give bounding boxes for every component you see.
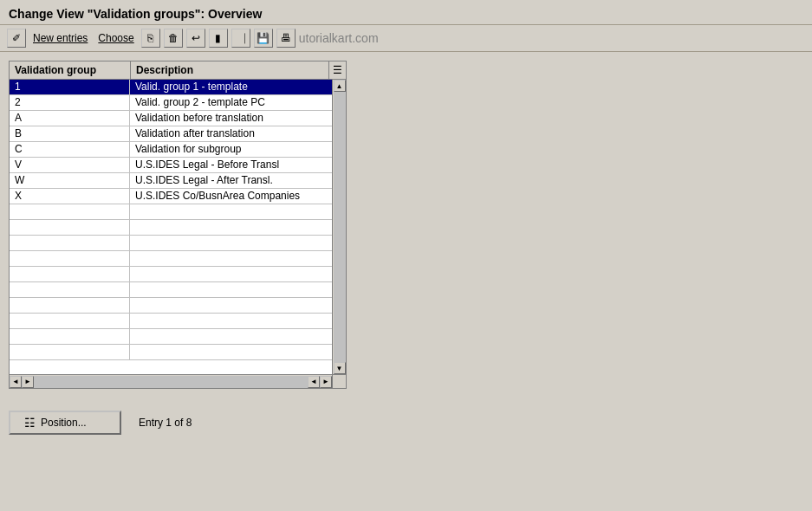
table-row[interactable]: [10, 267, 332, 282]
table-row[interactable]: [10, 236, 332, 251]
cell-desc: Validation before translation: [130, 111, 332, 126]
table-body: 1Valid. group 1 - template2Valid. group …: [10, 80, 346, 374]
cell-group: [10, 251, 130, 266]
cell-desc: [130, 329, 332, 344]
scroll-down-button[interactable]: ▼: [334, 362, 346, 374]
cell-desc: [130, 298, 332, 313]
cell-desc: Validation after translation: [130, 126, 332, 141]
cell-desc: [130, 345, 332, 359]
data-table: Validation group Description ☰ 1Valid. g…: [9, 61, 347, 389]
vertical-scrollbar[interactable]: ▲ ▼: [332, 80, 346, 374]
scroll-right3-button[interactable]: ►: [320, 376, 332, 388]
scroll-track-v[interactable]: [334, 92, 346, 362]
table-row[interactable]: [10, 251, 332, 267]
cell-group: 2: [10, 95, 130, 110]
main-content: Validation group Description ☰ 1Valid. g…: [0, 52, 812, 398]
delete-icon[interactable]: 🗑: [164, 29, 183, 48]
toolbar: ✐ New entries Choose ⎘ 🗑 ↩ ▮ ⎹ 💾 🖶 utori…: [0, 25, 812, 52]
horizontal-scrollbar[interactable]: ◄ ► ◄ ►: [10, 375, 332, 388]
cell-desc: U.S.IDES Legal - After Transl.: [130, 173, 332, 188]
cell-desc: U.S.IDES Co/BusnArea Companies: [130, 189, 332, 204]
cell-group: B: [10, 126, 130, 141]
table-row[interactable]: 1Valid. group 1 - template: [10, 80, 332, 95]
table-row[interactable]: CValidation for subgroup: [10, 142, 332, 158]
title-bar: Change View "Validation groups": Overvie…: [0, 0, 812, 25]
cell-group: [10, 329, 130, 344]
cell-group: X: [10, 189, 130, 204]
cell-desc: Valid. group 2 - template PC: [130, 95, 332, 110]
cell-desc: U.S.IDES Legal - Before Transl: [130, 158, 332, 172]
cell-group: [10, 220, 130, 235]
cell-group: C: [10, 142, 130, 157]
scroll-up-button[interactable]: ▲: [334, 80, 346, 92]
new-entries-button[interactable]: New entries: [29, 30, 91, 46]
table-row[interactable]: XU.S.IDES Co/BusnArea Companies: [10, 189, 332, 204]
table-row[interactable]: VU.S.IDES Legal - Before Transl: [10, 158, 332, 173]
table-row[interactable]: [10, 314, 332, 329]
position-icon: ☷: [24, 416, 36, 430]
cell-group: [10, 282, 130, 297]
table-row[interactable]: AValidation before translation: [10, 111, 332, 126]
col-header-desc: Description: [131, 61, 328, 79]
col-header-group: Validation group: [10, 61, 131, 79]
cell-group: [10, 267, 130, 281]
table-row[interactable]: [10, 345, 332, 360]
cell-desc: [130, 282, 332, 297]
scroll-left-button[interactable]: ◄: [10, 376, 22, 388]
entry-info: Entry 1 of 8: [139, 417, 192, 429]
cell-group: [10, 298, 130, 313]
save-icon[interactable]: 💾: [254, 29, 273, 48]
cell-group: 1: [10, 80, 130, 94]
cell-desc: [130, 251, 332, 266]
watermark: utorialkart.com: [299, 31, 379, 45]
table-header: Validation group Description ☰: [10, 61, 346, 80]
cell-desc: Validation for subgroup: [130, 142, 332, 157]
cell-group: [10, 236, 130, 250]
column-settings-icon[interactable]: ☰: [328, 61, 346, 79]
table-row[interactable]: [10, 329, 332, 345]
bottom-bar: ☷ Position... Entry 1 of 8: [0, 398, 812, 448]
scrollbar-corner: [332, 375, 346, 388]
table-rows-area: 1Valid. group 1 - template2Valid. group …: [10, 80, 332, 374]
table-row[interactable]: WU.S.IDES Legal - After Transl.: [10, 173, 332, 189]
table-row[interactable]: 2Valid. group 2 - template PC: [10, 95, 332, 111]
cell-group: W: [10, 173, 130, 188]
cell-desc: [130, 220, 332, 235]
print-icon[interactable]: 🖶: [276, 29, 296, 48]
table-row[interactable]: [10, 298, 332, 314]
copy-icon[interactable]: ⎘: [141, 29, 160, 48]
undo-icon[interactable]: ↩: [186, 29, 205, 48]
cell-group: A: [10, 111, 130, 126]
choose-button[interactable]: Choose: [94, 30, 137, 46]
table-row[interactable]: [10, 220, 332, 236]
horizontal-scrollbar-row: ◄ ► ◄ ►: [10, 374, 346, 388]
scroll-right-button[interactable]: ►: [22, 376, 34, 388]
page-title: Change View "Validation groups": Overvie…: [9, 7, 803, 21]
table-row[interactable]: [10, 282, 332, 298]
table-icon[interactable]: ▮: [209, 29, 228, 48]
cell-desc: [130, 204, 332, 219]
scroll-right2-button[interactable]: ◄: [308, 376, 320, 388]
scroll-track-h[interactable]: [34, 376, 308, 388]
cell-group: [10, 314, 130, 328]
table-row[interactable]: BValidation after translation: [10, 126, 332, 142]
cell-group: [10, 204, 130, 219]
cell-group: [10, 345, 130, 359]
cell-desc: [130, 314, 332, 328]
cell-desc: Valid. group 1 - template: [130, 80, 332, 94]
column-icon[interactable]: ⎹: [231, 29, 250, 48]
table-row[interactable]: [10, 204, 332, 220]
position-button-label: Position...: [41, 417, 87, 429]
cell-desc: [130, 236, 332, 250]
cell-group: V: [10, 158, 130, 172]
sap-icon[interactable]: ✐: [7, 29, 26, 48]
position-button[interactable]: ☷ Position...: [9, 411, 121, 435]
cell-desc: [130, 267, 332, 281]
